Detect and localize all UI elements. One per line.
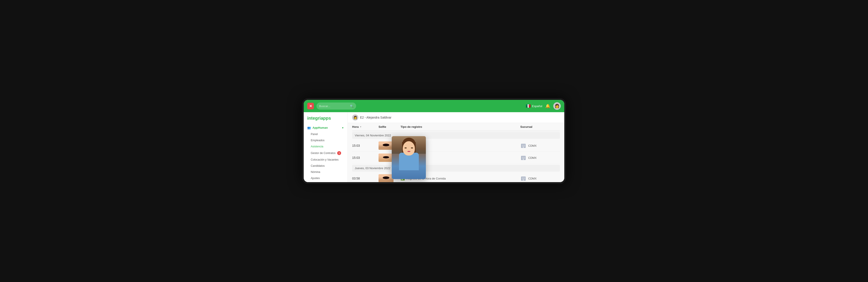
selfie-thumbnail-3[interactable] <box>378 174 394 182</box>
table-row: 15:03 <box>352 152 560 164</box>
svg-rect-10 <box>523 157 524 157</box>
photo-popup-inner <box>392 136 426 179</box>
section-header-viernes: Viernes, 04 Noviembre 2022 <box>352 132 560 139</box>
tablet-inner: ✕ 🔍 🇲🇽 Español 🔔 👩 integriapps <box>304 100 564 182</box>
table-header: Hora ▼ Selfie Tipo de registro Sucursal <box>352 123 560 131</box>
gestor-badge: 3 <box>337 151 341 155</box>
search-icon: 🔍 <box>350 104 353 108</box>
col-header-hora[interactable]: Hora ▼ <box>352 125 378 128</box>
sidebar-item-candidatos[interactable]: Candidatos <box>304 163 347 169</box>
selfie-thumbnail-2[interactable] <box>378 154 394 162</box>
sidebar-item-asistencia[interactable]: Asistencia <box>304 144 347 150</box>
building-icon-2 <box>520 155 526 161</box>
cell-sucursal-2: CDMX <box>520 155 560 161</box>
svg-rect-22 <box>524 179 525 179</box>
svg-rect-23 <box>523 180 524 181</box>
selfie-image-1 <box>378 142 394 150</box>
language-label: Español <box>532 104 542 108</box>
sidebar-item-colocacion[interactable]: Colocación y Vacantes <box>304 157 347 163</box>
breadcrumb-text: E2 - Alejandra Saldivar <box>360 116 391 119</box>
content-area: 👩 E2 - Alejandra Saldivar Hora ▼ Selfie … <box>348 112 564 182</box>
brand-logo: integriapps <box>307 116 344 121</box>
sort-icon: ▼ <box>360 126 362 128</box>
col-header-selfie: Selfie <box>378 125 401 128</box>
svg-rect-3 <box>524 145 525 146</box>
selfie-image-3 <box>378 174 394 182</box>
sucursal-name-1: CDMX <box>528 144 536 147</box>
cell-sucursal-3: CDMX <box>520 175 560 182</box>
svg-rect-13 <box>523 158 524 159</box>
svg-rect-19 <box>524 178 525 178</box>
apphuman-group-label: AppHuman <box>312 126 328 129</box>
close-button[interactable]: ✕ <box>307 103 314 109</box>
breadcrumb-avatar: 👩 <box>352 115 358 121</box>
tablet-frame: ✕ 🔍 🇲🇽 Español 🔔 👩 integriapps <box>302 98 566 184</box>
svg-rect-21 <box>523 179 524 179</box>
svg-rect-4 <box>522 146 523 147</box>
cell-time-3: 03:58 <box>352 177 378 180</box>
brand: integriapps <box>304 116 347 124</box>
selfie-image-2 <box>378 154 394 162</box>
sidebar-item-gestor[interactable]: Gestor de Contratos 3 <box>304 150 347 157</box>
svg-rect-20 <box>522 179 523 179</box>
table-container: Hora ▼ Selfie Tipo de registro Sucursal … <box>348 123 564 182</box>
language-selector[interactable]: 🇲🇽 Español <box>526 104 542 108</box>
cell-sucursal-1: CDMX <box>520 143 560 149</box>
svg-rect-1 <box>522 145 523 146</box>
nav-group-apphuman: 👥 AppHuman ▼ Panel Empleados Asistencia … <box>304 124 347 181</box>
svg-rect-11 <box>524 157 525 157</box>
flag-icon: 🇲🇽 <box>526 104 531 108</box>
svg-rect-7 <box>523 147 524 148</box>
svg-rect-5 <box>523 146 524 147</box>
svg-rect-6 <box>524 146 525 147</box>
col-header-tipo: Tipo de registro <box>401 125 520 128</box>
section-header-jueves: Jueves, 03 Noviembre 2022 <box>352 165 560 171</box>
sucursal-name-2: CDMX <box>528 156 536 159</box>
sidebar-item-panel[interactable]: Panel <box>304 131 347 137</box>
apphuman-group-icon: 👥 <box>307 126 311 129</box>
table-row: 15:03 <box>352 140 560 152</box>
svg-rect-18 <box>523 178 524 178</box>
person-head <box>403 141 415 156</box>
search-bar: 🔍 <box>316 102 356 109</box>
gestor-label: Gestor de Contratos <box>311 152 336 155</box>
sidebar-item-nomina[interactable]: Nómina <box>304 169 347 175</box>
svg-rect-9 <box>522 157 523 157</box>
svg-rect-17 <box>522 178 523 178</box>
person-figure <box>396 139 422 179</box>
selfie-thumbnail-1[interactable] <box>378 142 394 150</box>
photo-popup <box>392 136 426 179</box>
search-input[interactable] <box>319 104 349 108</box>
sucursal-name-3: CDMX <box>528 177 536 180</box>
svg-rect-2 <box>523 145 524 146</box>
top-bar-right: 🇲🇽 Español 🔔 👩 <box>526 102 561 110</box>
sidebar: integriapps 👥 AppHuman ▼ Panel Empleados… <box>304 112 348 182</box>
cell-time-1: 15:03 <box>352 144 378 147</box>
sidebar-item-empleados[interactable]: Empleados <box>304 137 347 144</box>
sidebar-item-ajustes[interactable]: Ajustes <box>304 175 347 181</box>
breadcrumb-bar: 👩 E2 - Alejandra Saldivar <box>348 112 564 123</box>
user-avatar[interactable]: 👩 <box>553 102 561 110</box>
svg-rect-12 <box>522 158 523 159</box>
main-layout: integriapps 👥 AppHuman ▼ Panel Empleados… <box>304 112 564 182</box>
table-row: 03:58 ✅ Regreso de la Hora de Comida <box>352 173 560 182</box>
notifications-bell[interactable]: 🔔 <box>545 104 550 108</box>
top-bar: ✕ 🔍 🇲🇽 Español 🔔 👩 <box>304 100 564 112</box>
chevron-down-icon: ▼ <box>342 126 344 129</box>
svg-rect-15 <box>523 159 524 160</box>
building-icon <box>520 143 526 149</box>
nav-group-apphuman-header[interactable]: 👥 AppHuman ▼ <box>304 124 347 131</box>
cell-time-2: 15:03 <box>352 156 378 159</box>
svg-rect-14 <box>524 158 525 159</box>
col-header-sucursal: Sucursal <box>520 125 560 128</box>
building-icon-3 <box>520 175 526 182</box>
